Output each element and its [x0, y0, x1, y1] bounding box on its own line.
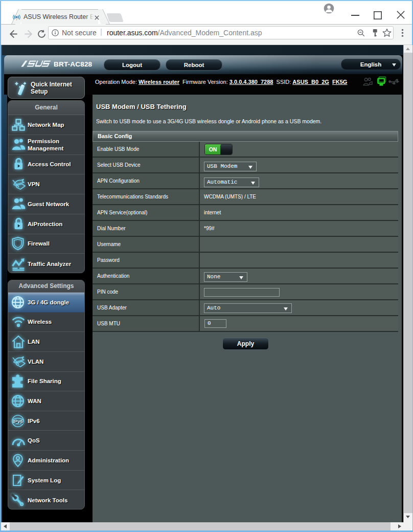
svg-text:IPv6: IPv6: [13, 418, 23, 424]
